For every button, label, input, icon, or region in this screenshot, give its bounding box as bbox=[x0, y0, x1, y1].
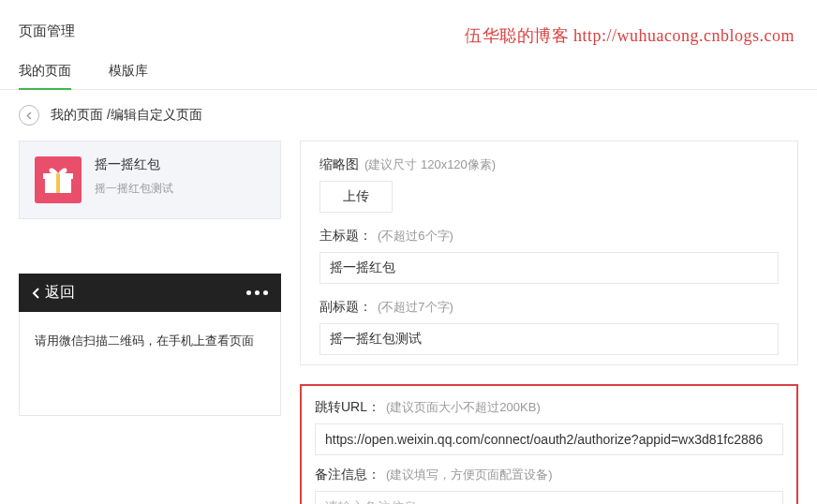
gift-icon bbox=[35, 156, 82, 203]
promo-card: 摇一摇红包 摇一摇红包测试 bbox=[19, 141, 281, 219]
back-label: 返回 bbox=[45, 283, 75, 303]
form-card-basic: 缩略图 (建议尺寸 120x120像素) 上传 主标题： (不超过6个字) 副标… bbox=[300, 141, 798, 365]
breadcrumb: 我的页面 /编辑自定义页面 bbox=[51, 107, 202, 124]
promo-subtitle: 摇一摇红包测试 bbox=[95, 181, 173, 197]
tab-my-pages[interactable]: 我的页面 bbox=[19, 53, 71, 89]
breadcrumb-link[interactable]: 我的页面 bbox=[51, 107, 103, 122]
svg-rect-2 bbox=[56, 173, 60, 193]
breadcrumb-current: 编辑自定义页面 bbox=[111, 107, 202, 122]
tab-templates[interactable]: 模版库 bbox=[109, 53, 148, 89]
chevron-left-icon bbox=[32, 287, 41, 300]
sub-title-label: 副标题： bbox=[319, 299, 372, 316]
back-icon[interactable] bbox=[19, 105, 39, 126]
highlighted-section: 跳转URL： (建议页面大小不超过200KB) 备注信息： (建议填写，方便页面… bbox=[300, 384, 798, 504]
sub-title-hint: (不超过7个字) bbox=[378, 299, 453, 316]
redirect-url-input[interactable] bbox=[315, 423, 783, 455]
main-title-input[interactable] bbox=[319, 252, 779, 284]
promo-title: 摇一摇红包 bbox=[95, 156, 173, 173]
preview-header: 返回 bbox=[19, 274, 281, 312]
back-button[interactable]: 返回 bbox=[32, 283, 75, 303]
remark-label: 备注信息： bbox=[315, 467, 380, 483]
remark-hint: (建议填写，方便页面配置设备) bbox=[386, 467, 553, 483]
thumbnail-hint: (建议尺寸 120x120像素) bbox=[364, 156, 496, 173]
remark-input[interactable] bbox=[315, 491, 783, 504]
more-icon[interactable] bbox=[246, 290, 268, 295]
watermark-text: 伍华聪的博客 http://wuhuacong.cnblogs.com bbox=[465, 24, 795, 47]
breadcrumb-row: 我的页面 /编辑自定义页面 bbox=[0, 90, 817, 141]
thumbnail-label: 缩略图 bbox=[319, 156, 359, 173]
main-title-label: 主标题： bbox=[319, 228, 372, 245]
qr-hint: 请用微信扫描二维码，在手机上查看页面 bbox=[19, 312, 281, 416]
upload-button[interactable]: 上传 bbox=[319, 181, 393, 213]
redirect-label: 跳转URL： bbox=[315, 399, 380, 416]
main-title-hint: (不超过6个字) bbox=[378, 228, 453, 245]
sub-title-input[interactable] bbox=[319, 323, 779, 355]
redirect-hint: (建议页面大小不超过200KB) bbox=[386, 399, 541, 416]
breadcrumb-sep: / bbox=[103, 107, 111, 122]
tabs: 我的页面 模版库 bbox=[0, 53, 817, 90]
